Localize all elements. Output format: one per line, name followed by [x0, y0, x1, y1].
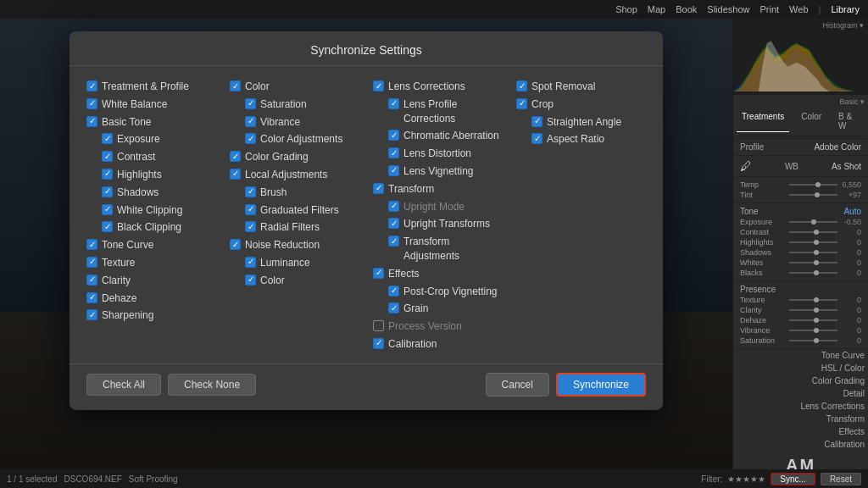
checkbox-tone-curve[interactable]: ✓ — [86, 239, 97, 250]
cb-item-tone-curve[interactable]: ✓Tone Curve — [86, 238, 216, 252]
histogram-label[interactable]: Histogram ▾ — [822, 21, 864, 30]
slider-bar-clarity[interactable] — [789, 309, 837, 311]
checkbox-transform[interactable]: ✓ — [373, 183, 384, 194]
tab-bw[interactable]: B & W — [833, 110, 865, 132]
cb-item-upright-transforms[interactable]: ✓Upright Transforms — [373, 217, 503, 231]
checkbox-local-adjustments[interactable]: ✓ — [230, 169, 241, 180]
checkbox-grain[interactable]: ✓ — [388, 302, 399, 313]
slider-bar-highlights[interactable] — [789, 241, 837, 243]
cb-item-spot-removal[interactable]: ✓Spot Removal — [516, 80, 646, 94]
cb-item-calibration[interactable]: ✓Calibration — [373, 337, 503, 352]
synchronize-button[interactable]: Synchronize — [556, 373, 646, 396]
checkbox-clarity[interactable]: ✓ — [86, 274, 97, 286]
checkbox-color[interactable]: ✓ — [230, 80, 241, 92]
checkbox-vibrance[interactable]: ✓ — [245, 116, 256, 127]
menu-print[interactable]: Print — [760, 4, 779, 14]
cb-item-graduated-filters[interactable]: ✓Graduated Filters — [230, 203, 359, 218]
cb-item-radial-filters[interactable]: ✓Radial Filters — [230, 220, 359, 235]
checkbox-color-adjustments[interactable]: ✓ — [245, 133, 256, 144]
checkbox-transform-adjustments[interactable]: ✓ — [388, 236, 399, 247]
checkbox-radial-filters[interactable]: ✓ — [245, 221, 256, 232]
checkbox-lens-vignetting[interactable]: ✓ — [388, 165, 399, 176]
reset-button[interactable]: Reset — [821, 473, 861, 485]
cb-item-transform-adjustments[interactable]: ✓Transform Adjustments — [373, 235, 503, 263]
cb-item-noise-reduction[interactable]: ✓Noise Reduction — [230, 238, 359, 252]
cb-item-sharpening[interactable]: ✓Sharpening — [86, 308, 216, 323]
checkbox-lens-corrections[interactable]: ✓ — [373, 80, 384, 92]
wb-value[interactable]: As Shot — [832, 162, 861, 171]
cb-item-chromatic-aberration[interactable]: ✓Chromatic Aberration — [373, 129, 503, 143]
cb-item-brush[interactable]: ✓Brush — [230, 186, 359, 200]
checkbox-color-grading[interactable]: ✓ — [230, 151, 241, 162]
tone-auto[interactable]: Auto — [843, 207, 861, 216]
checkbox-spot-removal[interactable]: ✓ — [516, 80, 527, 92]
cb-item-color-adjustments[interactable]: ✓Color Adjustments — [230, 132, 359, 147]
slider-bar-contrast[interactable] — [789, 231, 837, 233]
cb-item-crop[interactable]: ✓Crop — [516, 97, 646, 112]
checkbox-calibration[interactable]: ✓ — [373, 338, 384, 349]
slider-bar-dehaze[interactable] — [789, 319, 837, 321]
slider-bar-blacks[interactable] — [789, 272, 837, 274]
cb-item-texture[interactable]: ✓Texture — [86, 256, 216, 270]
soft-proofing[interactable]: Soft Proofing — [129, 474, 178, 484]
checkbox-highlights[interactable]: ✓ — [102, 169, 113, 180]
checkbox-shadows[interactable]: ✓ — [102, 186, 113, 197]
cb-item-black-clipping[interactable]: ✓Black Clipping — [86, 220, 216, 235]
checkbox-exposure[interactable]: ✓ — [102, 133, 113, 144]
checkbox-sharpening[interactable]: ✓ — [86, 309, 97, 320]
cb-item-saturation[interactable]: ✓Saturation — [230, 97, 359, 112]
checkbox-white-clipping[interactable]: ✓ — [102, 204, 113, 215]
checkbox-saturation[interactable]: ✓ — [245, 98, 256, 109]
cb-item-effects[interactable]: ✓Effects — [373, 267, 503, 281]
checkbox-upright-transforms[interactable]: ✓ — [388, 218, 399, 229]
checkbox-post-crop-vignetting[interactable]: ✓ — [388, 286, 399, 297]
checkbox-black-clipping[interactable]: ✓ — [102, 221, 113, 232]
cb-item-basic-tone[interactable]: ✓Basic Tone — [86, 115, 216, 130]
cb-item-lens-corrections[interactable]: ✓Lens Corrections — [373, 80, 503, 94]
cb-item-lens-profile-corrections[interactable]: ✓Lens Profile Corrections — [373, 97, 503, 126]
check-all-button[interactable]: Check All — [86, 374, 161, 396]
menu-web[interactable]: Web — [789, 4, 808, 14]
cb-item-upright-mode[interactable]: ✓Upright Mode — [373, 200, 503, 214]
slider-bar-texture[interactable] — [789, 299, 837, 301]
checkbox-basic-tone[interactable]: ✓ — [86, 116, 97, 127]
cb-item-aspect-ratio[interactable]: ✓Aspect Ratio — [516, 132, 646, 147]
menu-library[interactable]: Library — [831, 4, 860, 14]
checkbox-dehaze[interactable]: ✓ — [86, 292, 97, 303]
cb-item-shadows[interactable]: ✓Shadows — [86, 186, 216, 200]
slider-bar-saturation[interactable] — [789, 340, 837, 341]
checkbox-white-balance[interactable]: ✓ — [86, 98, 97, 109]
cancel-button[interactable]: Cancel — [486, 373, 549, 396]
cb-item-highlights[interactable]: ✓Highlights — [86, 168, 216, 182]
checkbox-noise-reduction[interactable]: ✓ — [230, 239, 241, 250]
cb-item-white-balance[interactable]: ✓White Balance — [86, 97, 216, 112]
checkbox-contrast[interactable]: ✓ — [102, 151, 113, 162]
slider-bar-vibrance[interactable] — [789, 330, 837, 331]
section-calibration[interactable]: Calibration — [733, 438, 868, 451]
slider-bar-shadows[interactable] — [789, 252, 837, 253]
cb-item-treatment-profile[interactable]: ✓Treatment & Profile — [86, 80, 216, 94]
checkbox-chromatic-aberration[interactable]: ✓ — [388, 130, 399, 141]
checkbox-brush[interactable]: ✓ — [245, 186, 256, 197]
cb-item-lens-vignetting[interactable]: ✓Lens Vignetting — [373, 164, 503, 179]
menu-map[interactable]: Map — [648, 4, 665, 14]
cb-item-transform[interactable]: ✓Transform — [373, 182, 503, 197]
slider-bar-exposure[interactable] — [789, 221, 837, 223]
checkbox-color-nr[interactable]: ✓ — [245, 274, 256, 286]
checkbox-upright-mode[interactable]: ✓ — [388, 201, 399, 212]
menu-slideshow[interactable]: Slideshow — [707, 4, 749, 14]
cb-item-exposure[interactable]: ✓Exposure — [86, 132, 216, 147]
cb-item-post-crop-vignetting[interactable]: ✓Post-Crop Vignetting — [373, 285, 503, 299]
checkbox-treatment-profile[interactable]: ✓ — [86, 80, 97, 92]
menu-shop[interactable]: Shop — [615, 4, 637, 14]
checkbox-lens-distortion[interactable]: ✓ — [388, 147, 399, 158]
tint-slider[interactable] — [789, 194, 837, 196]
cb-item-vibrance[interactable]: ✓Vibrance — [230, 115, 359, 130]
cb-item-white-clipping[interactable]: ✓White Clipping — [86, 203, 216, 218]
checkbox-graduated-filters[interactable]: ✓ — [245, 204, 256, 215]
checkbox-straighten-angle[interactable]: ✓ — [531, 116, 542, 127]
checkbox-crop[interactable]: ✓ — [516, 98, 527, 109]
cb-item-straighten-angle[interactable]: ✓Straighten Angle — [516, 115, 646, 130]
sync-button[interactable]: Sync... — [771, 473, 815, 485]
tab-treatments[interactable]: Treatments — [737, 110, 789, 132]
